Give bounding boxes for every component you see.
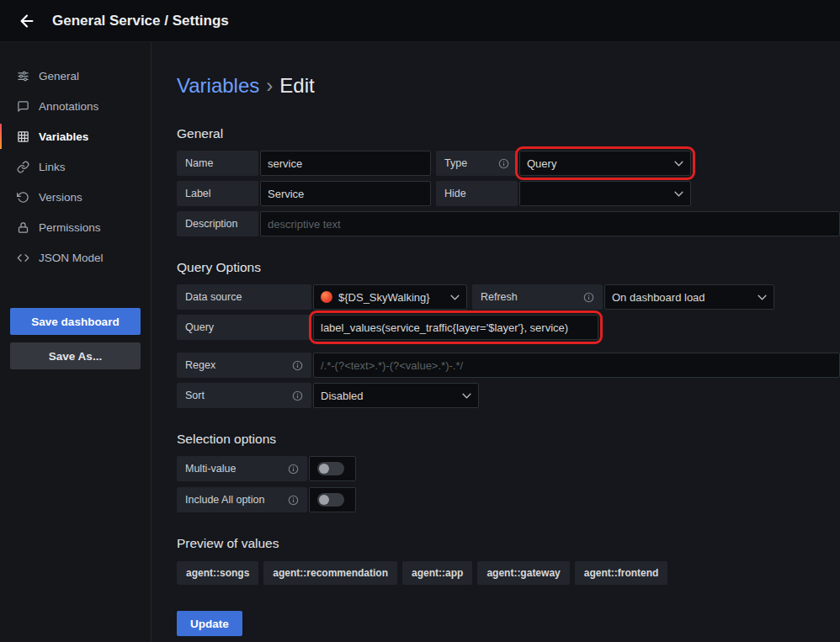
back-arrow-icon[interactable] — [13, 8, 40, 34]
sidebar-item-variables[interactable]: Variables — [0, 121, 151, 151]
save-as-button[interactable]: Save As... — [10, 342, 141, 369]
regex-field-label: Regex — [177, 353, 311, 378]
description-field-label: Description — [177, 211, 258, 236]
datasource-field-label: Data source — [177, 284, 311, 310]
sidebar-item-label: JSON Model — [39, 252, 104, 264]
sidebar-item-label: Versions — [39, 191, 82, 204]
skywalking-logo-icon — [321, 291, 332, 303]
save-dashboard-button[interactable]: Save dashboard — [10, 308, 141, 335]
sidebar-item-annotations[interactable]: Annotations — [0, 91, 151, 121]
query-options-heading: Query Options — [177, 260, 840, 275]
sidebar-item-label: Variables — [39, 130, 88, 143]
query-options-section: Query Options Data source ${DS_SkyWalkin… — [177, 260, 840, 408]
datasource-select[interactable]: ${DS_SkyWalking} — [313, 284, 467, 310]
top-bar: General Service / Settings — [0, 0, 840, 42]
chevron-down-icon — [674, 191, 683, 197]
breadcrumb-separator: › — [266, 74, 273, 97]
breadcrumb-variables-link[interactable]: Variables — [177, 74, 259, 97]
preview-heading: Preview of values — [177, 536, 840, 551]
sidebar-item-general[interactable]: General — [0, 61, 151, 91]
chevron-down-icon — [674, 161, 683, 167]
lock-icon — [17, 220, 30, 234]
general-section: General Name Type Query La — [177, 126, 840, 236]
sort-select[interactable]: Disabled — [313, 383, 479, 408]
hide-field-label: Hide — [436, 181, 518, 206]
variables-edit-page: Variables›Edit General Name Type Query — [152, 42, 840, 642]
selection-options-section: Selection options Multi-value Include Al… — [177, 432, 840, 512]
description-input[interactable] — [260, 211, 840, 236]
toggle-knob — [319, 495, 329, 505]
regex-input[interactable] — [313, 353, 840, 378]
refresh-field-label: Refresh — [472, 284, 603, 310]
info-icon[interactable] — [292, 390, 303, 401]
multi-value-toggle[interactable] — [309, 456, 356, 481]
name-field-label: Name — [177, 151, 258, 176]
preview-values: agent::songs agent::recommendation agent… — [177, 561, 840, 585]
info-icon[interactable] — [288, 495, 299, 506]
breadcrumb: Variables›Edit — [177, 74, 840, 98]
name-input[interactable] — [260, 151, 431, 176]
query-input-annotation — [313, 315, 598, 340]
sidebar-item-label: Permissions — [39, 221, 101, 234]
sidebar-item-label: General — [39, 70, 79, 82]
include-all-field-label: Include All option — [177, 487, 307, 512]
info-icon[interactable] — [498, 158, 509, 169]
refresh-select[interactable]: On dashboard load — [604, 284, 774, 310]
label-input[interactable] — [260, 181, 431, 206]
preview-value: agent::gateway — [477, 561, 569, 585]
type-select-annotation: Query — [519, 151, 691, 176]
preview-value: agent::songs — [177, 561, 258, 585]
history-icon — [17, 190, 30, 204]
info-icon[interactable] — [583, 292, 594, 303]
sidebar-item-versions[interactable]: Versions — [0, 182, 151, 212]
chevron-down-icon — [462, 393, 471, 399]
multi-value-field-label: Multi-value — [177, 456, 307, 481]
breadcrumb-edit: Edit — [279, 74, 314, 97]
info-icon[interactable] — [292, 360, 303, 371]
sidebar-item-json-model[interactable]: JSON Model — [0, 242, 151, 273]
general-heading: General — [177, 126, 840, 141]
page-title: General Service / Settings — [52, 13, 229, 29]
update-button[interactable]: Update — [177, 611, 242, 636]
sidebar-item-links[interactable]: Links — [0, 151, 151, 182]
selection-options-heading: Selection options — [177, 432, 840, 447]
preview-value: agent::recommendation — [263, 561, 397, 585]
toggle-knob — [319, 464, 329, 474]
code-icon — [17, 251, 30, 264]
comment-icon — [17, 99, 30, 113]
toggle-switch — [317, 493, 344, 507]
link-icon — [17, 160, 30, 173]
sliders-icon — [17, 69, 30, 82]
query-field-label: Query — [177, 315, 311, 340]
preview-value: agent::app — [402, 561, 472, 585]
info-icon[interactable] — [288, 464, 299, 475]
sort-field-label: Sort — [177, 383, 311, 408]
sidebar-item-label: Annotations — [39, 100, 98, 113]
query-input[interactable] — [313, 315, 598, 340]
sidebar-item-label: Links — [39, 161, 66, 173]
chevron-down-icon — [758, 294, 767, 300]
label-field-label: Label — [177, 181, 258, 206]
include-all-toggle[interactable] — [309, 487, 356, 512]
settings-sidebar: General Annotations Variables Links Vers… — [0, 42, 152, 642]
hide-select[interactable] — [519, 181, 691, 206]
toggle-switch — [317, 462, 344, 475]
chevron-down-icon — [450, 294, 460, 300]
type-select[interactable]: Query — [519, 151, 691, 176]
preview-value: agent::frontend — [575, 561, 668, 585]
sidebar-item-permissions[interactable]: Permissions — [0, 212, 151, 242]
type-field-label: Type — [436, 151, 518, 176]
preview-section: Preview of values agent::songs agent::re… — [177, 536, 840, 585]
grid-icon — [17, 130, 30, 143]
